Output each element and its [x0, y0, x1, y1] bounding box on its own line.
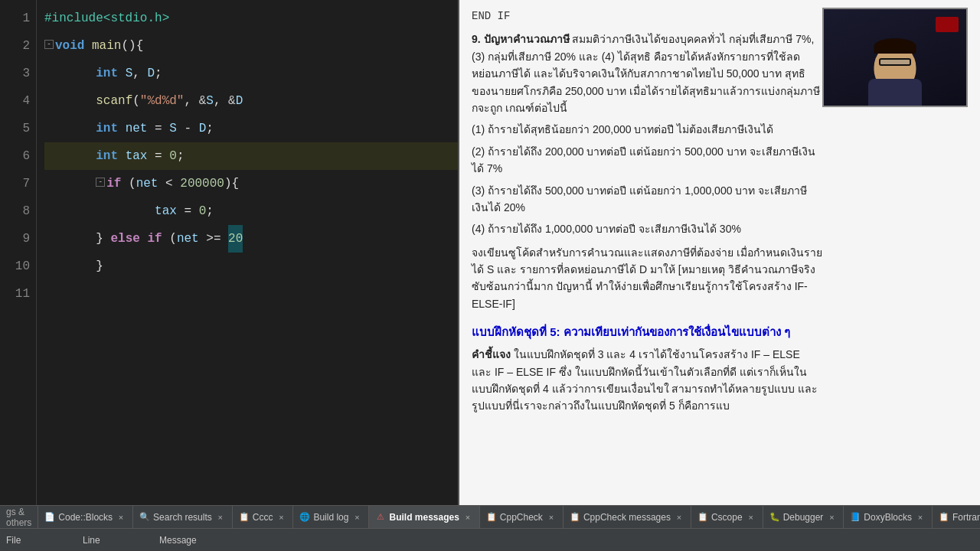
- tab-buildlog[interactable]: 🌐 Build log ×: [293, 506, 369, 528]
- tab-search[interactable]: 🔍 Search results ×: [133, 506, 233, 528]
- buildlog-icon: 🌐: [299, 512, 310, 523]
- section5-heading: แบบฝึกหัดชุดที่ 5: ความเทียบเท่ากันของกา…: [472, 323, 822, 341]
- doxyblocks-icon: 📘: [850, 512, 861, 523]
- codeblocks-icon: 📄: [44, 512, 55, 523]
- tab-cscope[interactable]: 📋 Cscope ×: [691, 506, 763, 528]
- code-editor[interactable]: 1 2 3 4 5 6 7 8 9 10 11 #include<stdio.h…: [0, 0, 459, 505]
- section9: 9. ปัญหาคำนวณภาษี สมมติว่าภาษีเงินได้ของ…: [472, 31, 822, 116]
- code-line-11: [44, 280, 458, 308]
- note-text: จงเขียนซูโค้ดสำหรับการคำนวณและแสดงภาษีที…: [472, 244, 822, 313]
- bottom-tab-bar: gs & others 📄 Code::Blocks × 🔍 Search re…: [0, 505, 980, 528]
- tab-buildlog-close[interactable]: ×: [351, 512, 362, 523]
- tab-fortran-label: Fortran info: [952, 512, 980, 523]
- tab-cppcheckmsg[interactable]: 📋 CppCheck messages ×: [564, 506, 691, 528]
- tab-doxyblocks-label: DoxyBlocks: [864, 512, 912, 523]
- tab-codeblocks-label: Code::Blocks: [58, 512, 113, 523]
- tab-buildmsg[interactable]: ⚠ Build messages ×: [369, 506, 479, 528]
- code-lines[interactable]: #include<stdio.h> -void main(){ int S, D…: [37, 0, 458, 505]
- code-line-9: } else if (net >= 20: [44, 225, 458, 253]
- note-label: คำชี้แจง: [472, 348, 511, 360]
- tab-cccc-label: Cccc: [253, 512, 273, 523]
- code-line-1: #include<stdio.h>: [44, 5, 458, 32]
- tab-cppcheckmsg-label: CppCheck messages: [583, 512, 671, 523]
- code-line-5: int net = S - D;: [44, 115, 458, 142]
- tab-debugger-close[interactable]: ×: [826, 512, 837, 523]
- status-message: Message: [159, 535, 220, 546]
- status-bar: File Line Message: [0, 528, 980, 551]
- tab-buildmsg-label: Build messages: [389, 512, 459, 523]
- tab-prefix: gs & others: [0, 506, 38, 528]
- tab-cppcheck[interactable]: 📋 CppCheck ×: [480, 506, 564, 528]
- end-if: END IF: [472, 8, 822, 24]
- tab-cppcheckmsg-close[interactable]: ×: [674, 512, 684, 523]
- fortran-icon: 📋: [939, 512, 949, 523]
- buildmsg-icon: ⚠: [375, 512, 386, 523]
- cppcheck-icon: 📋: [486, 512, 497, 523]
- section9-title: ปัญหาคำนวณภาษี: [484, 33, 570, 45]
- status-line: Line: [83, 535, 144, 546]
- search-icon: 🔍: [139, 512, 150, 523]
- doc-top-area: END IF 9. ปัญหาคำนวณภาษี สมมติว่าภาษีเงิ…: [472, 8, 968, 415]
- tab-debugger-label: Debugger: [783, 512, 824, 523]
- doc-panel: END IF 9. ปัญหาคำนวณภาษี สมมติว่าภาษีเงิ…: [459, 0, 980, 505]
- tab-search-label: Search results: [153, 512, 212, 523]
- tab-codeblocks-close[interactable]: ×: [116, 512, 126, 523]
- rule1: (1) ถ้ารายได้สุทธิน้อยกว่า 200,000 บาทต่…: [472, 121, 822, 138]
- tab-cscope-label: Cscope: [711, 512, 743, 523]
- debugger-icon: 🐛: [769, 512, 780, 523]
- rule4: (4) ถ้ารายได้ถึง 1,000,000 บาทต่อปี จะเส…: [472, 220, 822, 237]
- tab-doxyblocks-close[interactable]: ×: [915, 512, 926, 523]
- rule3: (3) ถ้ารายได้ถึง 500,000 บาทต่อปี แต่น้อ…: [472, 182, 822, 217]
- tab-debugger[interactable]: 🐛 Debugger ×: [763, 506, 844, 528]
- fold-icon-7[interactable]: -: [96, 178, 105, 187]
- note-detail-text: ในแบบฝึกหัดชุดที่ 3 และ 4 เราได้ใช้งานโค…: [472, 348, 818, 412]
- cppcheckmsg-icon: 📋: [570, 512, 580, 523]
- code-line-3: int S, D;: [44, 60, 458, 87]
- tab-cccc[interactable]: 📋 Cccc ×: [233, 506, 294, 528]
- line-numbers: 1 2 3 4 5 6 7 8 9 10 11: [0, 0, 37, 505]
- note-detail: คำชี้แจง ในแบบฝึกหัดชุดที่ 3 และ 4 เราได…: [472, 346, 822, 415]
- webcam-thumbnail: [822, 8, 968, 107]
- tab-buildlog-label: Build log: [313, 512, 348, 523]
- tab-cccc-close[interactable]: ×: [276, 512, 286, 523]
- code-line-7: -if (net < 200000){: [44, 170, 458, 197]
- code-line-10: }: [44, 253, 458, 280]
- tab-search-close[interactable]: ×: [215, 512, 226, 523]
- rule2: (2) ถ้ารายได้ถึง 200,000 บาทต่อปี แต่น้อ…: [472, 143, 822, 178]
- tab-codeblocks[interactable]: 📄 Code::Blocks ×: [38, 506, 133, 528]
- status-file: File: [6, 535, 67, 546]
- tab-buildmsg-close[interactable]: ×: [462, 512, 473, 523]
- fold-icon-2[interactable]: -: [44, 40, 54, 49]
- cccc-icon: 📋: [239, 512, 250, 523]
- code-line-6: int tax = 0;: [44, 142, 458, 170]
- tab-cppcheck-label: CppCheck: [500, 512, 543, 523]
- code-line-8: tax = 0;: [44, 197, 458, 225]
- tab-doxyblocks[interactable]: 📘 DoxyBlocks ×: [844, 506, 933, 528]
- tab-fortran[interactable]: 📋 Fortran info: [933, 506, 980, 528]
- tab-cppcheck-close[interactable]: ×: [546, 512, 557, 523]
- code-line-4: scanf("%d%d", &S, &D: [44, 87, 458, 115]
- section9-num: 9.: [472, 33, 484, 45]
- tab-cscope-close[interactable]: ×: [746, 512, 756, 523]
- code-line-2: -void main(){: [44, 32, 458, 60]
- cscope-icon: 📋: [697, 512, 708, 523]
